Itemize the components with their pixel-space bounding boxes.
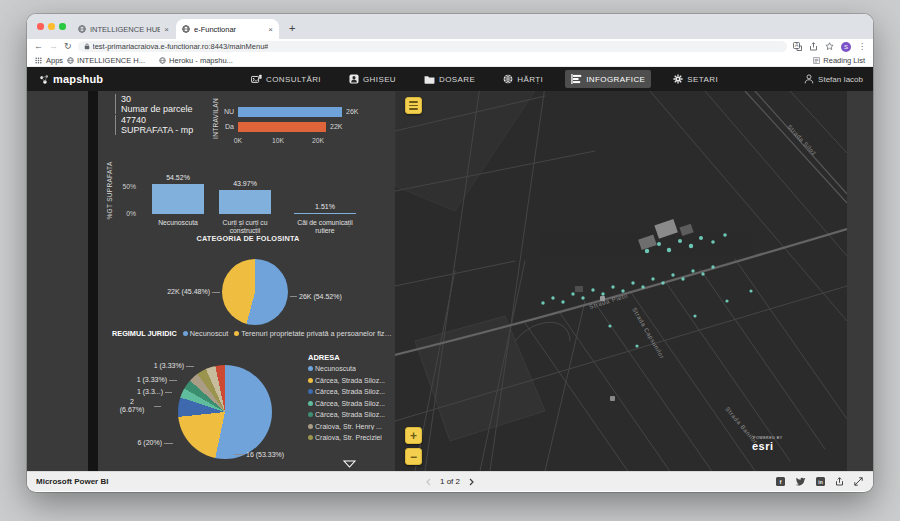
- adresa-legend-items: NecunoscutaCârcea, Strada Siloz...Cârcea…: [308, 365, 394, 441]
- mapshub-logo[interactable]: mapshub: [39, 73, 103, 85]
- nav-item-label: SETARI: [687, 75, 718, 84]
- adresa-legend[interactable]: ADRESA NecunoscutaCârcea, Strada Siloz..…: [308, 353, 394, 446]
- column-bar[interactable]: [294, 213, 356, 215]
- forward-button[interactable]: →: [49, 42, 58, 51]
- user-menu[interactable]: Stefan Iacob: [804, 74, 863, 84]
- reading-list-label: Reading List: [823, 56, 865, 65]
- maximize-window-button[interactable]: [59, 23, 66, 30]
- globe-favicon-icon: [182, 25, 190, 33]
- regim-juridic-pie[interactable]: [222, 259, 288, 325]
- nav-item-label: CONSULTĂRI: [266, 75, 321, 84]
- close-tab-icon[interactable]: ×: [164, 25, 169, 34]
- legend-label: Cârcea, Strada Siloz...: [315, 400, 385, 407]
- tab-e-functionar[interactable]: e-Functionar ×: [176, 19, 279, 39]
- map-layers-menu-button[interactable]: [405, 97, 422, 114]
- column-value-label: 43.97%: [215, 180, 275, 187]
- infografice-icon: [571, 74, 582, 84]
- legend-dot: [308, 435, 313, 440]
- globe-favicon-icon: [78, 25, 86, 33]
- powerbi-footer: Microsoft Power BI 1 of 2 f in: [27, 471, 873, 491]
- legend-item[interactable]: Cârcea, Strada Siloz...: [308, 411, 394, 418]
- nav-item-dosare[interactable]: DOSARE: [418, 71, 481, 88]
- translate-icon[interactable]: A: [793, 42, 802, 51]
- address-bar[interactable]: test-primariacraiova.e-functionar.ro:844…: [78, 41, 787, 52]
- y-axis-tick: 50%: [106, 183, 136, 190]
- linkedin-icon[interactable]: in: [816, 477, 825, 486]
- apps-label[interactable]: Apps: [46, 56, 63, 65]
- bar[interactable]: [238, 107, 342, 117]
- legend-title: ADRESA: [308, 353, 394, 362]
- report-content: 30 Numar de parcele 47740 SUPRAFATA - mp…: [27, 91, 873, 471]
- column-category-label: Căi de comunicații rutiere: [288, 219, 362, 234]
- nav-item-setari[interactable]: SETARI: [667, 70, 724, 88]
- scroll-down-chevron-icon[interactable]: [343, 460, 356, 468]
- column-bar[interactable]: [152, 184, 204, 214]
- facebook-icon[interactable]: f: [776, 477, 785, 486]
- regim-juridic-legend[interactable]: REGIMUL JURIDIC Necunoscut Terenuri prop…: [112, 329, 395, 338]
- legend-item[interactable]: Cârcea, Strada Siloz...: [308, 388, 394, 395]
- reading-list-button[interactable]: Reading List: [813, 56, 865, 65]
- esri-logo-text: esri: [752, 441, 783, 452]
- pie-callout: 22K (45.48%): [138, 288, 210, 295]
- export-share-icon[interactable]: [835, 477, 844, 486]
- powerbi-brand: Microsoft Power BI: [36, 477, 108, 486]
- stat-parcele: 30 Numar de parcele: [115, 94, 193, 114]
- footer-actions: f in: [776, 477, 863, 486]
- profile-avatar[interactable]: S: [841, 42, 851, 52]
- column-bar[interactable]: [219, 190, 271, 214]
- bookmark-heroku[interactable]: Heroku - mapshu...: [159, 56, 233, 65]
- pie-callout: 26K (54.52%): [299, 293, 342, 300]
- next-page-icon[interactable]: [469, 478, 474, 486]
- nav-menu: CONSULTĂRI GHIȘEU DOSARE HĂRȚI INFOGRAFI…: [245, 67, 724, 91]
- twitter-icon[interactable]: [795, 477, 806, 486]
- legend-item[interactable]: Cârcea, Strada Siloz...: [308, 377, 394, 384]
- pie-callout: 1 (3.33%): [117, 376, 167, 383]
- bookmark-label: Heroku - mapshu...: [169, 56, 233, 65]
- legend-label: Necunoscuta: [315, 365, 356, 372]
- legend-item[interactable]: Necunoscuta: [308, 365, 394, 372]
- nav-item-infografice[interactable]: INFOGRAFICE: [565, 70, 651, 88]
- map-zoom-in-button[interactable]: +: [405, 427, 422, 444]
- bar-category-label: Da: [194, 123, 234, 130]
- map-panel[interactable]: Strada Pietii Strada Capsunilor Strada S…: [395, 91, 847, 471]
- legend-item[interactable]: Craiova, Str. Henry ...: [308, 423, 394, 430]
- minimize-window-button[interactable]: [48, 23, 55, 30]
- adresa-pie[interactable]: [178, 365, 272, 459]
- nav-item-ghiseu[interactable]: GHIȘEU: [343, 70, 402, 88]
- legend-dot: [183, 331, 188, 336]
- nav-item-consultari[interactable]: CONSULTĂRI: [245, 70, 327, 88]
- legend-label: Necunoscut: [190, 329, 229, 338]
- reload-button[interactable]: ↻: [64, 42, 72, 51]
- legend-label: Craiova, Str. Preciziei: [315, 434, 382, 441]
- window-controls[interactable]: [37, 23, 66, 30]
- close-window-button[interactable]: [37, 23, 44, 30]
- prev-page-icon[interactable]: [426, 478, 431, 486]
- pie-callout: 16 (53.33%): [246, 451, 306, 458]
- callout-line: [234, 454, 244, 455]
- map-zoom-out-button[interactable]: −: [405, 448, 422, 465]
- bookmark-intelligence-hub[interactable]: INTELLIGENCE H...: [67, 56, 145, 65]
- legend-label: Craiova, Str. Henry ...: [315, 423, 382, 430]
- tab-intelligence-hub[interactable]: INTELLIGENCE HUB ×: [72, 19, 175, 39]
- desktop: INTELLIGENCE HUB × e-Functionar × + ← → …: [0, 0, 900, 521]
- nav-item-label: GHIȘEU: [363, 75, 396, 84]
- legend-dot: [308, 412, 313, 417]
- browser-menu-icon[interactable]: ⋮: [858, 43, 866, 51]
- bookmark-star-icon[interactable]: [825, 42, 834, 51]
- back-button[interactable]: ←: [34, 42, 43, 51]
- stat-suprafata: 47740 SUPRAFATA - mp: [115, 115, 193, 135]
- bar[interactable]: [238, 122, 326, 132]
- x-axis-tick: 20K: [306, 137, 330, 144]
- stat-label: Numar de parcele: [121, 104, 193, 114]
- apps-grid-icon[interactable]: [35, 57, 42, 64]
- share-icon[interactable]: [809, 42, 818, 51]
- nav-item-label: HĂRȚI: [517, 75, 543, 84]
- nav-item-harti[interactable]: HĂRȚI: [497, 70, 549, 88]
- bar-category-label: NU: [194, 108, 234, 115]
- close-tab-icon[interactable]: ×: [268, 25, 273, 34]
- new-tab-button[interactable]: +: [289, 19, 295, 37]
- collapsed-pane[interactable]: [88, 91, 98, 471]
- legend-item[interactable]: Craiova, Str. Preciziei: [308, 434, 394, 441]
- fullscreen-icon[interactable]: [854, 477, 863, 486]
- legend-item[interactable]: Cârcea, Strada Siloz...: [308, 400, 394, 407]
